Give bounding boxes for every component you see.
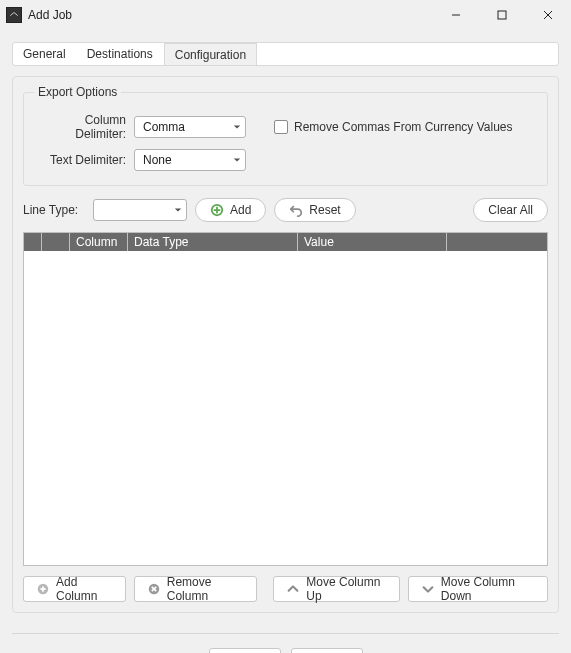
text-delimiter-select[interactable]: None	[134, 149, 246, 171]
close-button[interactable]	[525, 0, 571, 30]
grid-header-blank-2	[447, 233, 547, 251]
tabstrip: General Destinations Configuration	[12, 42, 559, 66]
line-type-row: Line Type: Add Reset Clear All	[23, 198, 548, 222]
add-button[interactable]: Add	[195, 198, 266, 222]
dialog-footer: Save Cancel	[12, 633, 559, 653]
add-column-button[interactable]: Add Column	[23, 576, 126, 602]
configuration-pane: Export Options Column Delimiter: Comma R…	[12, 76, 559, 613]
export-options-legend: Export Options	[34, 85, 121, 99]
maximize-button[interactable]	[479, 0, 525, 30]
tab-destinations[interactable]: Destinations	[77, 43, 164, 65]
chevron-down-icon	[174, 203, 182, 217]
move-column-up-button[interactable]: Move Column Up	[273, 576, 400, 602]
chevron-up-icon	[286, 582, 300, 596]
tab-general[interactable]: General	[13, 43, 77, 65]
chevron-down-icon	[233, 120, 241, 134]
chevron-down-icon	[233, 153, 241, 167]
text-delimiter-label: Text Delimiter:	[34, 153, 126, 167]
grid-header-blank-0	[24, 233, 42, 251]
grid-header-datatype: Data Type	[128, 233, 298, 251]
column-buttons-row: Add Column Remove Column Move Column Up	[23, 576, 548, 602]
remove-commas-checkbox[interactable]: Remove Commas From Currency Values	[274, 120, 513, 134]
minimize-button[interactable]	[433, 0, 479, 30]
reset-button[interactable]: Reset	[274, 198, 355, 222]
remove-column-button[interactable]: Remove Column	[134, 576, 258, 602]
line-type-select[interactable]	[93, 199, 187, 221]
move-column-down-button[interactable]: Move Column Down	[408, 576, 548, 602]
add-column-label: Add Column	[56, 575, 113, 603]
column-delimiter-value: Comma	[143, 120, 185, 134]
svg-rect-1	[498, 11, 506, 19]
remove-column-label: Remove Column	[167, 575, 245, 603]
columns-grid[interactable]: Column Data Type Value	[23, 232, 548, 566]
line-type-label: Line Type:	[23, 203, 83, 217]
plus-circle-icon	[210, 203, 224, 217]
plus-circle-icon	[36, 582, 50, 596]
grid-header-row: Column Data Type Value	[24, 233, 547, 251]
column-delimiter-select[interactable]: Comma	[134, 116, 246, 138]
grid-header-blank-1	[42, 233, 70, 251]
save-button[interactable]: Save	[209, 648, 281, 653]
window-title: Add Job	[28, 8, 433, 22]
x-circle-icon	[147, 582, 161, 596]
undo-arrow-icon	[289, 203, 303, 217]
move-up-label: Move Column Up	[306, 575, 387, 603]
grid-body	[24, 251, 547, 565]
text-delimiter-value: None	[143, 153, 172, 167]
chevron-down-icon	[421, 582, 435, 596]
grid-header-value: Value	[298, 233, 447, 251]
clear-all-button[interactable]: Clear All	[473, 198, 548, 222]
reset-button-label: Reset	[309, 203, 340, 217]
remove-commas-label: Remove Commas From Currency Values	[294, 120, 513, 134]
titlebar: Add Job	[0, 0, 571, 30]
column-delimiter-label: Column Delimiter:	[34, 113, 126, 141]
checkbox-box	[274, 120, 288, 134]
export-options-group: Export Options Column Delimiter: Comma R…	[23, 85, 548, 186]
tab-configuration[interactable]: Configuration	[164, 43, 257, 66]
grid-header-column: Column	[70, 233, 128, 251]
clear-all-button-label: Clear All	[488, 203, 533, 217]
cancel-button[interactable]: Cancel	[291, 648, 363, 653]
app-icon	[6, 7, 22, 23]
add-button-label: Add	[230, 203, 251, 217]
move-down-label: Move Column Down	[441, 575, 535, 603]
